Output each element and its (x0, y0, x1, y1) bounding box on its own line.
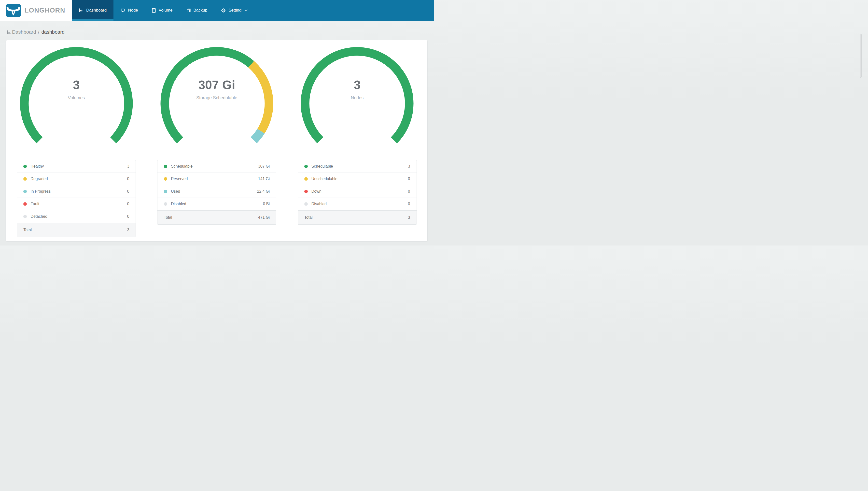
chevron-down-icon (245, 9, 248, 11)
legend-row-detached: Detached0 (17, 210, 135, 223)
status-dot (304, 202, 308, 206)
nav-item-volume[interactable]: Volume (145, 0, 180, 21)
legend-row-down: Down0 (298, 185, 416, 198)
breadcrumb-current-page: dashboard (41, 29, 65, 35)
status-dot (23, 177, 27, 181)
volumes-legend-table: Healthy3Degraded0In Progress0Fault0Detac… (17, 160, 136, 237)
legend-label: Schedulable (311, 164, 333, 169)
legend-total-row: Total471 Gi (157, 210, 276, 224)
storage-gauge: 307 Gi Storage Schedulable (159, 46, 275, 144)
legend-value: 0 (127, 189, 129, 194)
legend-value: 307 Gi (258, 164, 270, 169)
legend-row-reserved: Reserved141 Gi (157, 173, 276, 185)
nav-item-label: Backup (193, 8, 208, 13)
top-navbar: LONGHORN Dashboard Node V (0, 0, 434, 21)
status-dot (304, 177, 308, 181)
legend-label: Degraded (30, 177, 48, 181)
status-dot (164, 202, 167, 206)
volumes-panel: 3 Volumes Healthy3Degraded0In Progress0F… (6, 46, 147, 241)
gauge-center-text: 307 Gi Storage Schedulable (159, 78, 275, 100)
storage-schedulable-label: Storage Schedulable (159, 95, 275, 100)
legend-value: 0 (408, 177, 410, 181)
dashboard-card: 3 Volumes Healthy3Degraded0In Progress0F… (6, 40, 427, 241)
legend-value: 0 (127, 202, 129, 206)
legend-label: Down (311, 189, 321, 194)
status-dot (23, 190, 27, 193)
total-label: Total (304, 215, 313, 220)
nodes-gauge: 3 Nodes (300, 46, 415, 144)
breadcrumb: Dashboard / dashboard (0, 21, 434, 34)
gear-icon (221, 8, 226, 13)
volumes-count: 3 (19, 78, 134, 92)
legend-row-in-progress: In Progress0 (17, 185, 135, 198)
legend-total-row: Total3 (298, 210, 416, 224)
longhorn-bull-icon (6, 4, 21, 17)
storage-legend-table: Schedulable307 GiReserved141 GiUsed22.4 … (157, 160, 276, 225)
legend-row-unschedulable: Unschedulable0 (298, 173, 416, 185)
volumes-gauge: 3 Volumes (19, 46, 134, 144)
bar-chart-icon (79, 8, 84, 13)
total-label: Total (164, 215, 172, 220)
copy-pages-icon (186, 8, 191, 13)
breadcrumb-section-label: Dashboard (12, 29, 36, 35)
gauge-center-text: 3 Nodes (300, 78, 415, 100)
nav-item-dashboard[interactable]: Dashboard (72, 0, 114, 21)
legend-row-schedulable: Schedulable3 (298, 160, 416, 173)
nodes-legend-table: Schedulable3Unschedulable0Down0Disabled0… (298, 160, 417, 225)
legend-value: 0 (127, 214, 129, 219)
legend-value: 3 (408, 164, 410, 169)
nav-item-label: Node (128, 8, 138, 13)
legend-label: Disabled (311, 202, 327, 206)
legend-label: Schedulable (171, 164, 192, 169)
nav-item-setting[interactable]: Setting (214, 0, 255, 21)
legend-label: Used (171, 189, 180, 194)
legend-row-used: Used22.4 Gi (157, 185, 276, 198)
total-value: 3 (127, 228, 129, 232)
legend-row-fault: Fault0 (17, 198, 135, 210)
laptop-icon (120, 8, 125, 13)
legend-value: 3 (127, 164, 129, 169)
total-value: 471 Gi (258, 215, 270, 220)
status-dot (304, 165, 308, 168)
gauge-segment-used (253, 131, 261, 140)
status-dot (164, 165, 167, 168)
legend-value: 0 Bi (263, 202, 270, 206)
legend-value: 0 (408, 202, 410, 206)
nodes-label: Nodes (300, 95, 415, 100)
status-dot (23, 165, 27, 168)
total-label: Total (23, 228, 32, 232)
breadcrumb-separator: / (38, 29, 39, 35)
nav-item-label: Setting (228, 8, 242, 13)
legend-label: Reserved (171, 177, 188, 181)
nodes-panel: 3 Nodes Schedulable3Unschedulable0Down0D… (287, 46, 427, 241)
legend-value: 0 (127, 177, 129, 181)
legend-label: Unschedulable (311, 177, 338, 181)
gauge-center-text: 3 Volumes (19, 78, 134, 100)
nav-item-node[interactable]: Node (114, 0, 145, 21)
legend-value: 22.4 Gi (257, 189, 270, 194)
storage-schedulable-amount: 307 Gi (159, 78, 275, 92)
legend-label: Detached (30, 214, 48, 219)
brand-title: LONGHORN (25, 7, 65, 14)
breadcrumb-section[interactable]: Dashboard (7, 29, 36, 35)
status-dot (304, 190, 308, 193)
status-dot (23, 215, 27, 218)
nodes-count: 3 (300, 78, 415, 92)
legend-label: Fault (30, 202, 39, 206)
brand-logo[interactable]: LONGHORN (0, 0, 72, 21)
server-stack-icon (152, 8, 156, 13)
nav-item-backup[interactable]: Backup (180, 0, 214, 21)
status-dot (164, 177, 167, 181)
storage-panel: 307 Gi Storage Schedulable Schedulable30… (147, 46, 287, 241)
total-value: 3 (408, 215, 410, 220)
bar-chart-icon (7, 30, 11, 34)
volumes-label: Volumes (19, 95, 134, 100)
legend-row-disabled: Disabled0 (298, 198, 416, 210)
legend-total-row: Total3 (17, 223, 135, 237)
legend-value: 141 Gi (258, 177, 270, 181)
legend-row-schedulable: Schedulable307 Gi (157, 160, 276, 173)
legend-label: In Progress (30, 189, 51, 194)
nav-item-label: Volume (159, 8, 173, 13)
legend-row-healthy: Healthy3 (17, 160, 135, 173)
legend-row-degraded: Degraded0 (17, 173, 135, 185)
